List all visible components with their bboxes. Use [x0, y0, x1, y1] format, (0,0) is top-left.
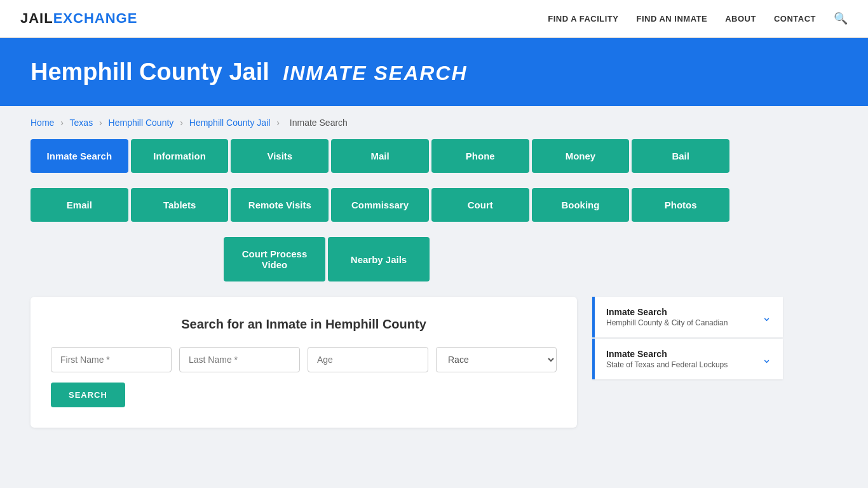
nav-contact[interactable]: CONTACT — [774, 14, 816, 24]
tab-bail[interactable]: Bail — [632, 139, 729, 173]
site-logo[interactable]: JAILEXCHANGE — [20, 10, 137, 27]
tab-remote-visits[interactable]: Remote Visits — [231, 188, 329, 222]
breadcrumb-texas[interactable]: Texas — [70, 118, 93, 128]
breadcrumb-home[interactable]: Home — [31, 118, 54, 128]
tab-photos[interactable]: Photos — [632, 188, 729, 222]
age-input[interactable] — [308, 347, 428, 372]
tab-commissary[interactable]: Commissary — [331, 188, 429, 222]
tab-mail[interactable]: Mail — [331, 139, 429, 173]
main-container: Inmate SearchInformationVisitsMailPhoneM… — [0, 139, 868, 453]
tab-visits[interactable]: Visits — [231, 139, 329, 173]
breadcrumb-hemphill-jail[interactable]: Hemphill County Jail — [189, 118, 271, 128]
nav-about[interactable]: ABOUT — [725, 14, 756, 24]
logo-exchange: EXCHANGE — [53, 10, 138, 26]
breadcrumb-current: Inmate Search — [290, 118, 348, 128]
tabs-row-2: EmailTabletsRemote VisitsCommissaryCourt… — [31, 188, 729, 222]
hero-banner: Hemphill County Jail INMATE SEARCH — [0, 38, 868, 106]
breadcrumb-hemphill-county[interactable]: Hemphill County — [109, 118, 174, 128]
inmate-search-box: Search for an Inmate in Hemphill County … — [31, 297, 577, 428]
tabs-row-1: Inmate SearchInformationVisitsMailPhoneM… — [31, 139, 729, 173]
search-icon[interactable]: 🔍 — [834, 11, 848, 25]
tab-tablets[interactable]: Tablets — [131, 188, 229, 222]
tab-information[interactable]: Information — [131, 139, 229, 173]
tab-booking[interactable]: Booking — [532, 188, 630, 222]
search-button[interactable]: SEARCH — [51, 383, 125, 407]
chevron-down-icon: ⌄ — [762, 352, 771, 366]
tab-phone[interactable]: Phone — [431, 139, 529, 173]
first-name-input[interactable] — [51, 347, 172, 372]
tab-money[interactable]: Money — [532, 139, 630, 173]
navbar-links: FIND A FACILITY FIND AN INMATE ABOUT CON… — [548, 11, 848, 25]
tab-nearby-jails[interactable]: Nearby Jails — [328, 237, 430, 281]
tabs-row-3: Court Process VideoNearby Jails — [224, 237, 837, 281]
hero-title-italic: INMATE SEARCH — [276, 62, 467, 85]
sidebar-item-0[interactable]: Inmate Search Hemphill County & City of … — [592, 297, 783, 337]
sidebar: Inmate Search Hemphill County & City of … — [592, 297, 783, 379]
navbar: JAILEXCHANGE FIND A FACILITY FIND AN INM… — [0, 0, 868, 38]
breadcrumb: Home › Texas › Hemphill County › Hemphil… — [0, 106, 868, 139]
nav-find-inmate[interactable]: FIND AN INMATE — [636, 14, 707, 24]
hero-title-main: Hemphill County Jail — [31, 58, 269, 85]
tab-inmate-search[interactable]: Inmate Search — [31, 139, 128, 173]
logo-jail: JAIL — [20, 10, 53, 26]
nav-find-facility[interactable]: FIND A FACILITY — [548, 14, 618, 24]
page-title: Hemphill County Jail INMATE SEARCH — [31, 58, 837, 86]
search-heading: Search for an Inmate in Hemphill County — [51, 317, 557, 332]
tab-court-process-video[interactable]: Court Process Video — [224, 237, 325, 281]
search-fields: RaceWhiteBlackHispanicAsianOther — [51, 347, 557, 372]
sidebar-item-1[interactable]: Inmate Search State of Texas and Federal… — [592, 339, 783, 379]
chevron-down-icon: ⌄ — [762, 310, 771, 324]
content-row: Search for an Inmate in Hemphill County … — [31, 297, 837, 428]
race-select[interactable]: RaceWhiteBlackHispanicAsianOther — [436, 347, 557, 372]
last-name-input[interactable] — [179, 347, 300, 372]
tab-email[interactable]: Email — [31, 188, 128, 222]
tab-court[interactable]: Court — [431, 188, 529, 222]
